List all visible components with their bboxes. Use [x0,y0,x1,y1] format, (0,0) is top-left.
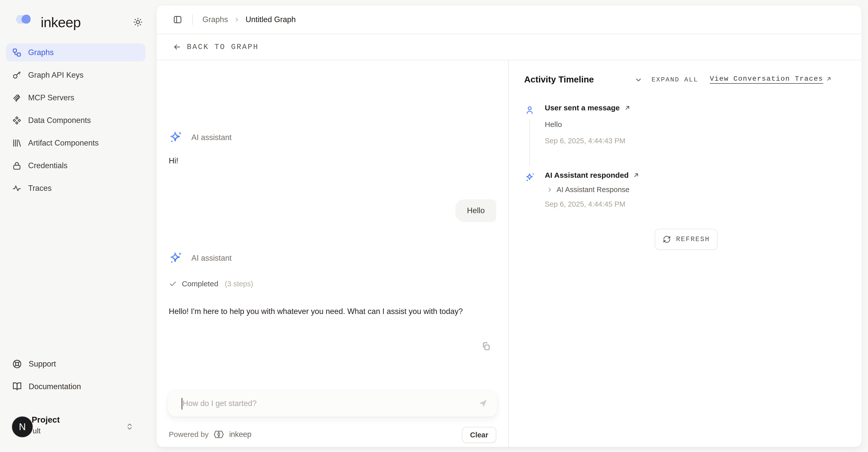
message-input[interactable] [183,390,467,417]
powered-by[interactable]: Powered by inkeep [169,429,251,440]
assistant-name: AI assistant [191,254,231,263]
clear-button[interactable]: Clear [462,427,496,443]
expand-all-button[interactable]: EXPAND ALL [651,76,698,83]
timeline-event-timestamp: Sep 6, 2025, 4:44:43 PM [545,137,625,145]
sparkles-icon [169,251,183,265]
lock-icon [12,161,22,170]
breadcrumb: Graphs Untitled Graph [203,15,296,24]
refresh-label: REFRESH [676,235,710,243]
refresh-icon [662,235,671,244]
project-selector[interactable]: Project ult N [0,414,157,441]
sidebar-item-graphs[interactable]: Graphs [6,44,146,61]
sidebar-item-documentation[interactable]: Documentation [12,382,81,392]
sparkles-icon [525,172,535,182]
sidebar-item-label: Documentation [29,382,81,391]
project-name: Project [32,415,60,425]
sidebar-item-label: Artifact Components [28,139,99,147]
library-icon [12,138,22,148]
back-to-graph-button[interactable]: BACK TO GRAPH [173,43,259,51]
sidebar-item-graph-api-keys[interactable]: Graph API Keys [6,66,146,84]
life-buoy-icon [12,359,22,369]
assistant-message-header: AI assistant [169,251,231,265]
timeline-event-body: Hello [545,120,562,129]
sidebar-item-support[interactable]: Support [12,359,56,369]
view-conversation-traces-link[interactable]: View Conversation Traces [710,75,832,83]
back-bar: BACK TO GRAPH [157,34,862,60]
sidebar-nav: Graphs Graph API Keys MC [6,44,146,197]
chat-input-container [168,390,497,417]
text-caret [182,398,182,409]
sun-icon [133,17,143,27]
status-label: Completed [182,280,218,288]
collapse-timeline-button[interactable] [634,76,643,84]
expander-label: AI Assistant Response [557,186,629,194]
arrow-left-icon [173,43,181,51]
app-root: inkeep Graphs [0,0,868,452]
sidebar-toggle-button[interactable] [173,15,182,24]
timeline-connector [529,119,530,166]
timeline-event-timestamp: Sep 6, 2025, 4:44:45 PM [545,200,625,208]
view-traces-label: View Conversation Traces [710,75,823,83]
card-content: AI assistant Hi! Hello AI assistant [157,60,862,447]
breadcrumb-graphs[interactable]: Graphs [203,15,228,24]
refresh-button[interactable]: REFRESH [655,229,718,250]
sidebar-item-mcp-servers[interactable]: MCP Servers [6,89,146,107]
chevron-right-icon [547,187,553,193]
inkeep-outline-icon [212,429,225,440]
sidebar-item-label: MCP Servers [28,93,74,102]
card-header: Graphs Untitled Graph [157,5,862,34]
assistant-message-2: Hello! I'm here to help you with whateve… [169,305,495,318]
assistant-name: AI assistant [191,133,231,142]
event-title-label: User sent a message [545,104,620,112]
theme-toggle-button[interactable] [133,17,143,27]
powered-by-label: Powered by [169,430,209,439]
user-icon [525,105,534,115]
inkeep-logo-icon [13,12,36,32]
workflow-icon [12,48,22,57]
copy-icon [481,341,491,351]
user-message-bubble: Hello [455,199,496,222]
chat-panel: AI assistant Hi! Hello AI assistant [157,60,509,447]
activity-timeline-title: Activity Timeline [524,75,594,84]
activity-panel: Activity Timeline EXPAND ALL View Conver… [509,60,862,447]
brand-wordmark: inkeep [41,14,81,30]
inkeep-logo[interactable]: inkeep [13,12,81,32]
header-divider [192,14,193,25]
external-link-icon [624,104,631,111]
back-to-graph-label: BACK TO GRAPH [187,43,259,51]
panel-left-icon [173,15,182,24]
project-avatar: N [12,417,33,437]
sidebar-item-traces[interactable]: Traces [6,179,146,197]
status-steps: (3 steps) [225,280,253,288]
activity-icon [12,183,22,193]
external-link-icon [633,172,640,179]
chevrons-up-down-icon [126,423,134,431]
assistant-message-1: Hi! [169,157,178,165]
check-icon [169,280,177,288]
ai-response-expander[interactable]: AI Assistant Response [547,186,629,194]
external-link-icon [826,76,832,82]
key-icon [12,70,22,80]
event-title-label: AI Assistant responded [545,171,629,179]
breadcrumb-current: Untitled Graph [246,15,296,24]
timeline-event-title[interactable]: User sent a message [545,104,631,112]
send-icon [477,397,489,409]
mcp-icon [12,93,22,103]
sidebar-item-data-components[interactable]: Data Components [6,111,146,129]
chevron-right-icon [234,16,240,23]
main-card: Graphs Untitled Graph BACK TO GRAPH [157,5,862,447]
sidebar-item-credentials[interactable]: Credentials [6,157,146,174]
sidebar-item-label: Graph API Keys [28,70,84,80]
sidebar-item-label: Graphs [28,48,54,57]
copy-button[interactable] [481,341,491,351]
sidebar-item-label: Credentials [28,161,68,170]
powered-by-brand: inkeep [229,430,251,439]
component-icon [12,116,22,125]
send-button[interactable] [477,397,489,409]
book-open-icon [12,382,22,392]
chevron-down-icon [634,76,643,84]
sidebar-item-label: Traces [28,184,52,193]
sidebar-item-artifact-components[interactable]: Artifact Components [6,134,146,152]
completion-status[interactable]: Completed (3 steps) [169,280,253,288]
timeline-event-title[interactable]: AI Assistant responded [545,171,640,179]
